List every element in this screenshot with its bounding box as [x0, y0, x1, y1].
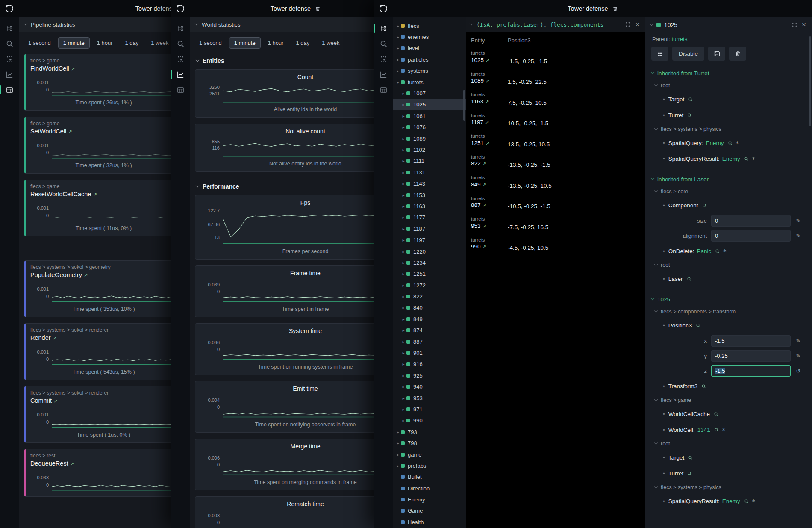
component-value[interactable]: 1341: [697, 427, 710, 433]
tree-item-particles[interactable]: ▸particles: [393, 54, 466, 65]
tree-item-1187[interactable]: ▸1187: [393, 223, 466, 234]
expander-closed-icon[interactable]: ▸: [401, 215, 406, 220]
tree-item-1131[interactable]: ▸1131: [393, 167, 466, 178]
expander-closed-icon[interactable]: ▸: [395, 35, 400, 39]
expander-closed-icon[interactable]: ▸: [401, 407, 406, 412]
close-icon[interactable]: ×: [635, 21, 641, 28]
tree-item-940[interactable]: ▸940: [393, 381, 466, 392]
expander-closed-icon[interactable]: ▸: [401, 204, 406, 209]
chart-icon[interactable]: [374, 67, 393, 82]
expander-closed-icon[interactable]: ▸: [401, 351, 406, 355]
outliner-icon[interactable]: [0, 21, 19, 36]
tree-item-1061[interactable]: ▸1061: [393, 110, 466, 121]
inspector-group-header[interactable]: root: [651, 438, 806, 450]
tree-item-1197[interactable]: ▸1197: [393, 234, 466, 245]
expander-closed-icon[interactable]: ▸: [401, 396, 406, 401]
tree-item-prefabs[interactable]: ▸prefabs: [393, 460, 466, 471]
tree-item-840[interactable]: ▸840: [393, 302, 466, 313]
entity-id-link[interactable]: 1089↗: [471, 77, 508, 85]
expander-closed-icon[interactable]: ▸: [401, 362, 406, 366]
entity-cell[interactable]: turrets1025↗: [471, 50, 508, 67]
search-icon[interactable]: [687, 471, 692, 476]
entity-cell[interactable]: turrets953↗: [471, 216, 508, 233]
inspector-group-header[interactable]: flecs > components > transform: [651, 306, 806, 318]
scrollbar-thumb[interactable]: [809, 36, 811, 126]
inspector-group-header[interactable]: root: [651, 80, 806, 91]
system-name-link[interactable]: ResetWorldCellCache↗: [30, 191, 177, 198]
entity-id-link[interactable]: 1163↗: [471, 98, 508, 106]
pair-icon[interactable]: ∗: [723, 248, 727, 254]
tree-item-systems[interactable]: ▸systems: [393, 65, 466, 77]
outliner-icon[interactable]: [374, 21, 393, 36]
expander-closed-icon[interactable]: ▸: [401, 384, 406, 389]
field-input-size[interactable]: 0: [711, 215, 791, 227]
search-icon[interactable]: [688, 97, 693, 102]
chevron-down-icon[interactable]: [650, 22, 653, 25]
delete-button[interactable]: [729, 47, 746, 61]
expander-closed-icon[interactable]: ▸: [401, 418, 406, 423]
chart-icon[interactable]: [171, 67, 190, 82]
system-name-link[interactable]: DequeueRest↗: [30, 460, 177, 467]
inspector-group-header[interactable]: root: [651, 259, 806, 271]
search-icon[interactable]: [744, 156, 749, 161]
search-icon[interactable]: [744, 499, 749, 504]
pair-icon[interactable]: ∗: [752, 498, 756, 504]
scrollbar-thumb[interactable]: [463, 90, 465, 121]
component-value[interactable]: Enemy: [706, 140, 724, 146]
outliner-icon[interactable]: [171, 21, 190, 36]
expander-closed-icon[interactable]: ▸: [401, 193, 406, 198]
expander-closed-icon[interactable]: ▸: [401, 294, 406, 299]
undo-icon[interactable]: ↺: [795, 368, 802, 374]
expander-closed-icon[interactable]: ▸: [401, 317, 406, 322]
expander-closed-icon[interactable]: ▸: [395, 68, 400, 73]
box-select-icon[interactable]: [171, 51, 190, 67]
pair-icon[interactable]: ∗: [736, 140, 739, 145]
entity-id-link[interactable]: 990↗: [471, 243, 508, 251]
query-bar[interactable]: (IsA, prefabs.Laser), flecs.components ×: [466, 17, 645, 32]
table-icon[interactable]: [171, 82, 190, 97]
time-range-tab-1-second[interactable]: 1 second: [194, 37, 227, 49]
search-icon[interactable]: [687, 277, 691, 281]
expander-closed-icon[interactable]: ▸: [395, 24, 400, 28]
expander-closed-icon[interactable]: ▸: [401, 125, 406, 130]
time-range-tab-1-day[interactable]: 1 day: [120, 37, 144, 49]
table-icon[interactable]: [374, 82, 393, 97]
search-icon[interactable]: [728, 141, 733, 145]
search-icon[interactable]: [702, 203, 707, 208]
search-icon[interactable]: [171, 36, 190, 51]
expander-closed-icon[interactable]: ▸: [401, 373, 406, 378]
expand-icon[interactable]: [625, 21, 631, 27]
tree-item-turrets[interactable]: ▾turrets: [393, 77, 466, 88]
tree-item-1220[interactable]: ▸1220: [393, 246, 466, 257]
tree-item-Enemy[interactable]: Enemy: [393, 494, 466, 505]
expander-closed-icon[interactable]: ▸: [401, 102, 406, 107]
expander-closed-icon[interactable]: ▸: [401, 305, 406, 310]
tree-item-874[interactable]: ▸874: [393, 325, 466, 336]
system-name-link[interactable]: FindWorldCell↗: [30, 65, 177, 72]
system-name-link[interactable]: Commit↗: [30, 397, 177, 404]
search-icon[interactable]: [688, 455, 693, 460]
time-range-tab-1-second[interactable]: 1 second: [23, 37, 56, 49]
tree-item-1102[interactable]: ▸1102: [393, 144, 466, 155]
component-value[interactable]: Enemy: [722, 498, 740, 504]
expander-closed-icon[interactable]: ▸: [401, 283, 406, 288]
time-range-tab-1-day[interactable]: 1 day: [291, 37, 315, 49]
expander-closed-icon[interactable]: ▸: [401, 339, 406, 344]
expander-closed-icon[interactable]: ▸: [401, 91, 406, 96]
system-name-link[interactable]: Render↗: [30, 334, 177, 341]
entity-cell[interactable]: turrets822↗: [471, 154, 508, 171]
inspector-group-header[interactable]: flecs > systems > physics: [651, 481, 806, 493]
entity-id-link[interactable]: 887↗: [471, 201, 508, 209]
tree-item-1153[interactable]: ▸1153: [393, 189, 466, 201]
expander-closed-icon[interactable]: ▸: [401, 249, 406, 254]
parent-link[interactable]: turrets: [672, 36, 688, 42]
entity-id-link[interactable]: 1025↗: [471, 56, 508, 65]
tree-item-1089[interactable]: ▸1089: [393, 133, 466, 144]
box-select-icon[interactable]: [374, 51, 393, 67]
inspector-group-header[interactable]: flecs > systems > physics: [651, 123, 806, 135]
tree-item-1234[interactable]: ▸1234: [393, 257, 466, 268]
expander-closed-icon[interactable]: ▸: [401, 271, 406, 276]
entity-id-link[interactable]: 1251↗: [471, 139, 508, 147]
time-range-tab-1-hour[interactable]: 1 hour: [263, 37, 289, 49]
tree-item-Bullet[interactable]: Bullet: [393, 472, 466, 483]
